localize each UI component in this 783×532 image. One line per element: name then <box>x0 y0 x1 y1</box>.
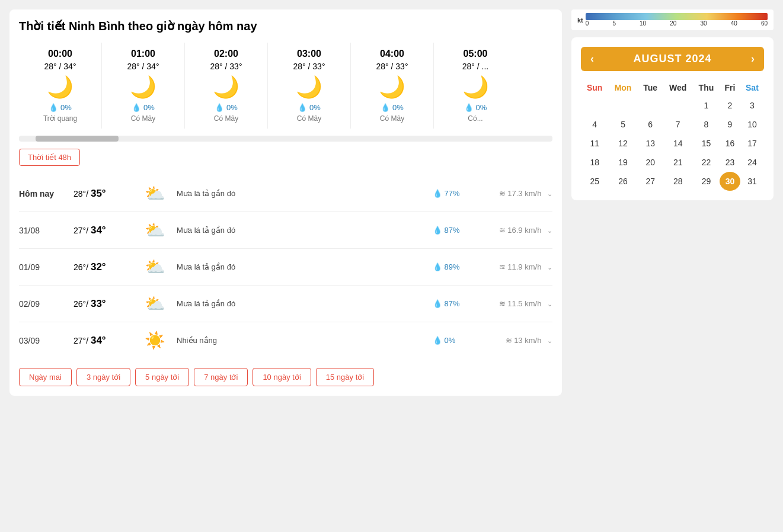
calendar-day[interactable]: 15 <box>693 134 720 153</box>
hourly-scroll: 00:00 28° / 34° 🌙 💧 0% Trời quang 01:00 … <box>19 43 552 129</box>
calendar-day[interactable]: 31 <box>740 172 764 191</box>
calendar-weekday-header: Sun <box>581 79 608 96</box>
hourly-desc: Trời quang <box>26 114 94 123</box>
scale-nums: 051020304060 <box>586 20 768 27</box>
calendar-day[interactable]: 24 <box>740 153 764 172</box>
calendar-day[interactable]: 27 <box>638 172 663 191</box>
calendar-day[interactable]: 9 <box>720 115 740 134</box>
hourly-temp: 28° / ... <box>441 62 510 71</box>
day-buttons: Ngày mai3 ngày tới5 ngày tới7 ngày tới10… <box>19 368 552 386</box>
color-scale: kt 051020304060 <box>571 9 774 30</box>
calendar-weekday-header: Tue <box>638 79 663 96</box>
daily-row[interactable]: 01/09 26°/ 32° ⛅ Mưa lá tả gần đó 💧 89% … <box>19 249 552 286</box>
daily-desc: Nhiều nắng <box>177 336 426 345</box>
calendar-day[interactable]: 6 <box>638 115 663 134</box>
calendar-day[interactable]: 23 <box>720 153 740 172</box>
calendar-day[interactable]: 28 <box>663 172 693 191</box>
hourly-icon: 🌙 <box>441 75 510 100</box>
daily-wind: ≋ 11.9 km/h ⌄ <box>487 262 552 271</box>
calendar-day <box>638 96 663 115</box>
page-title: Thời tiết Ninh Bình theo giờ ngày hôm na… <box>19 19 552 33</box>
daily-rain: 💧 87% <box>433 226 480 235</box>
calendar-day[interactable]: 11 <box>581 134 608 153</box>
daily-desc: Mưa lá tả gần đó <box>177 299 426 308</box>
calendar-day[interactable]: 2 <box>720 96 740 115</box>
calendar-day[interactable]: 26 <box>608 172 637 191</box>
prev-month-button[interactable]: ‹ <box>590 53 594 65</box>
calendar-day[interactable]: 7 <box>663 115 693 134</box>
hourly-temp: 28° / 33° <box>192 62 260 71</box>
calendar-day[interactable]: 12 <box>608 134 637 153</box>
calendar-day[interactable]: 30 <box>720 172 740 191</box>
next-month-button[interactable]: › <box>751 53 755 65</box>
day-filter-button[interactable]: 5 ngày tới <box>135 368 189 386</box>
hourly-rain: 💧 0% <box>192 103 260 112</box>
daily-date: 03/09 <box>19 336 66 345</box>
hourly-icon: 🌙 <box>26 75 94 100</box>
calendar-day[interactable]: 5 <box>608 115 637 134</box>
daily-row[interactable]: 02/09 26°/ 33° ⛅ Mưa lá tả gần đó 💧 87% … <box>19 286 552 322</box>
hourly-scrollbar[interactable] <box>19 136 552 142</box>
calendar-body: 1234567891011121314151617181920212223242… <box>581 96 764 191</box>
calendar-container: ‹ AUGUST 2024 › SunMonTueWedThuFriSat 12… <box>571 37 774 200</box>
calendar-day[interactable]: 14 <box>663 134 693 153</box>
hourly-icon: 🌙 <box>358 75 426 100</box>
calendar-day[interactable]: 4 <box>581 115 608 134</box>
scale-value: 5 <box>612 20 616 27</box>
calendar-day[interactable]: 25 <box>581 172 608 191</box>
hourly-rain: 💧 0% <box>441 103 510 112</box>
calendar-day[interactable]: 29 <box>693 172 720 191</box>
daily-wind: ≋ 13 km/h ⌄ <box>487 336 552 345</box>
daily-row[interactable]: 03/09 27°/ 34° ☀️ Nhiều nắng 💧 0% ≋ 13 k… <box>19 322 552 358</box>
day-filter-button[interactable]: 15 ngày tới <box>316 368 374 386</box>
hourly-icon: 🌙 <box>275 75 343 100</box>
hourly-desc: Có Mây <box>192 114 260 123</box>
daily-weather-icon: ☀️ <box>140 331 170 350</box>
hourly-scroll-container: 00:00 28° / 34° 🌙 💧 0% Trời quang 01:00 … <box>19 43 552 129</box>
daily-temp: 26°/ 32° <box>73 261 133 273</box>
daily-row[interactable]: 31/08 27°/ 34° ⛅ Mưa lá tả gần đó 💧 87% … <box>19 212 552 249</box>
calendar-day[interactable]: 16 <box>720 134 740 153</box>
hourly-desc: Có Mây <box>109 114 177 123</box>
calendar-day[interactable]: 13 <box>638 134 663 153</box>
hourly-desc: Có Mây <box>275 114 343 123</box>
calendar-day[interactable]: 20 <box>638 153 663 172</box>
calendar-day[interactable]: 22 <box>693 153 720 172</box>
calendar-day[interactable]: 19 <box>608 153 637 172</box>
daily-weather-icon: ⛅ <box>140 220 170 240</box>
btn-48h[interactable]: Thời tiết 48h <box>19 149 80 166</box>
hourly-temp: 28° / 34° <box>26 62 94 71</box>
daily-wind: ≋ 11.5 km/h ⌄ <box>487 299 552 308</box>
left-panel: Thời tiết Ninh Bình theo giờ ngày hôm na… <box>9 9 562 396</box>
day-filter-button[interactable]: 3 ngày tới <box>76 368 130 386</box>
hourly-item: 01:00 28° / 34° 🌙 💧 0% Có Mây <box>102 43 185 129</box>
calendar-day[interactable]: 3 <box>740 96 764 115</box>
calendar-day[interactable]: 21 <box>663 153 693 172</box>
scale-value: 40 <box>731 20 737 27</box>
calendar-day <box>663 96 693 115</box>
daily-rain: 💧 89% <box>433 262 480 271</box>
calendar-day[interactable]: 1 <box>693 96 720 115</box>
hourly-item: 05:00 28° / ... 🌙 💧 0% Có... <box>434 43 517 129</box>
daily-wind: ≋ 16.9 km/h ⌄ <box>487 226 552 235</box>
day-filter-button[interactable]: 10 ngày tới <box>253 368 311 386</box>
daily-temp: 27°/ 34° <box>73 225 133 236</box>
daily-desc: Mưa lá tả gần đó <box>177 226 426 235</box>
day-filter-button[interactable]: 7 ngày tới <box>194 368 248 386</box>
daily-temp: 27°/ 34° <box>73 335 133 347</box>
daily-row[interactable]: Hôm nay 28°/ 35° ⛅ Mưa lá tả gần đó 💧 77… <box>19 175 552 212</box>
daily-wind: ≋ 17.3 km/h ⌄ <box>487 189 552 198</box>
calendar-day[interactable]: 10 <box>740 115 764 134</box>
daily-rain: 💧 87% <box>433 299 480 308</box>
scale-value: 10 <box>640 20 646 27</box>
calendar-day[interactable]: 8 <box>693 115 720 134</box>
scrollbar-thumb[interactable] <box>36 136 119 142</box>
hourly-time: 02:00 <box>192 49 260 59</box>
hourly-desc: Có Mây <box>358 114 426 123</box>
right-panel: kt 051020304060 ‹ AUGUST 2024 › SunMonTu… <box>571 9 774 396</box>
calendar-day[interactable]: 17 <box>740 134 764 153</box>
hourly-rain: 💧 0% <box>109 103 177 112</box>
day-filter-button[interactable]: Ngày mai <box>19 368 72 386</box>
hourly-rain: 💧 0% <box>275 103 343 112</box>
calendar-day[interactable]: 18 <box>581 153 608 172</box>
